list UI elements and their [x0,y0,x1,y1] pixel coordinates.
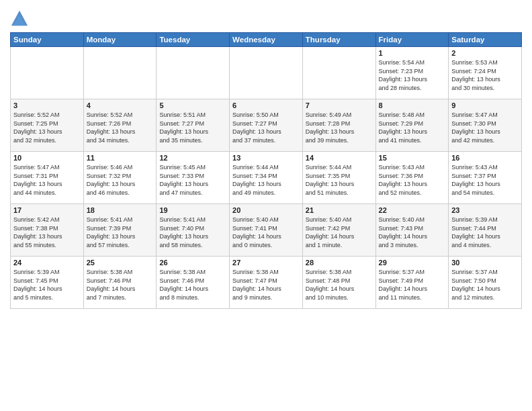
day-number: 8 [379,101,446,109]
day-number: 19 [159,206,226,214]
day-info: Sunrise: 5:40 AMSunset: 7:42 PMDaylight:… [306,216,373,249]
calendar-cell: 22Sunrise: 5:40 AMSunset: 7:43 PMDayligh… [375,204,449,257]
day-number: 22 [379,206,446,214]
calendar-cell: 12Sunrise: 5:45 AMSunset: 7:33 PMDayligh… [157,152,230,204]
day-number: 21 [306,206,373,214]
day-number: 25 [87,259,154,267]
day-info: Sunrise: 5:37 AMSunset: 7:49 PMDaylight:… [379,268,446,302]
day-number: 12 [159,154,226,162]
calendar-weekday-thursday: Thursday [302,33,375,47]
calendar-week-row: 24Sunrise: 5:39 AMSunset: 7:45 PMDayligh… [11,257,522,309]
calendar-cell: 18Sunrise: 5:41 AMSunset: 7:39 PMDayligh… [83,204,157,257]
day-info: Sunrise: 5:54 AMSunset: 7:23 PMDaylight:… [379,58,446,92]
calendar-cell: 6Sunrise: 5:50 AMSunset: 7:27 PMDaylight… [230,99,303,152]
day-number: 3 [13,101,81,109]
day-info: Sunrise: 5:50 AMSunset: 7:27 PMDaylight:… [232,111,300,144]
calendar-cell: 17Sunrise: 5:42 AMSunset: 7:38 PMDayligh… [11,204,84,257]
day-info: Sunrise: 5:46 AMSunset: 7:32 PMDaylight:… [87,163,154,197]
logo-icon [10,9,29,28]
day-info: Sunrise: 5:52 AMSunset: 7:26 PMDaylight:… [87,111,154,144]
day-number: 16 [451,154,519,162]
day-number: 26 [159,259,226,267]
calendar-cell: 25Sunrise: 5:38 AMSunset: 7:46 PMDayligh… [83,257,157,309]
day-info: Sunrise: 5:52 AMSunset: 7:25 PMDaylight:… [13,111,81,144]
calendar-cell [11,47,84,99]
day-info: Sunrise: 5:44 AMSunset: 7:34 PMDaylight:… [232,163,300,197]
day-number: 28 [306,259,373,267]
calendar-cell: 5Sunrise: 5:51 AMSunset: 7:27 PMDaylight… [157,99,230,152]
calendar-cell: 20Sunrise: 5:40 AMSunset: 7:41 PMDayligh… [230,204,303,257]
day-info: Sunrise: 5:40 AMSunset: 7:43 PMDaylight:… [379,216,446,249]
day-number: 20 [232,206,300,214]
day-info: Sunrise: 5:51 AMSunset: 7:27 PMDaylight:… [159,111,226,144]
day-number: 30 [451,259,519,267]
calendar-cell: 23Sunrise: 5:39 AMSunset: 7:44 PMDayligh… [449,204,522,257]
calendar-cell [83,47,157,99]
header [10,7,522,28]
calendar-cell: 29Sunrise: 5:37 AMSunset: 7:49 PMDayligh… [375,257,449,309]
day-info: Sunrise: 5:43 AMSunset: 7:36 PMDaylight:… [379,163,446,197]
day-number: 15 [379,154,446,162]
day-info: Sunrise: 5:38 AMSunset: 7:46 PMDaylight:… [87,268,154,302]
calendar-cell: 4Sunrise: 5:52 AMSunset: 7:26 PMDaylight… [83,99,157,152]
calendar-cell: 27Sunrise: 5:38 AMSunset: 7:47 PMDayligh… [230,257,303,309]
calendar-cell: 16Sunrise: 5:43 AMSunset: 7:37 PMDayligh… [449,152,522,204]
calendar-weekday-saturday: Saturday [449,33,522,47]
calendar-cell [302,47,375,99]
day-number: 4 [87,101,154,109]
calendar-cell: 9Sunrise: 5:47 AMSunset: 7:30 PMDaylight… [449,99,522,152]
day-number: 2 [451,49,519,57]
calendar-cell: 28Sunrise: 5:38 AMSunset: 7:48 PMDayligh… [302,257,375,309]
calendar-weekday-friday: Friday [375,33,449,47]
day-info: Sunrise: 5:47 AMSunset: 7:31 PMDaylight:… [13,163,81,197]
calendar-cell: 24Sunrise: 5:39 AMSunset: 7:45 PMDayligh… [11,257,84,309]
calendar-weekday-sunday: Sunday [11,33,84,47]
calendar-cell: 1Sunrise: 5:54 AMSunset: 7:23 PMDaylight… [375,47,449,99]
day-info: Sunrise: 5:47 AMSunset: 7:30 PMDaylight:… [451,111,519,144]
day-number: 24 [13,259,81,267]
calendar-cell: 7Sunrise: 5:49 AMSunset: 7:28 PMDaylight… [302,99,375,152]
day-number: 9 [451,101,519,109]
calendar-weekday-monday: Monday [83,33,157,47]
day-info: Sunrise: 5:38 AMSunset: 7:46 PMDaylight:… [159,268,226,302]
calendar-header-row: SundayMondayTuesdayWednesdayThursdayFrid… [11,33,522,47]
day-info: Sunrise: 5:38 AMSunset: 7:48 PMDaylight:… [306,268,373,302]
calendar-weekday-wednesday: Wednesday [230,33,303,47]
calendar-cell: 11Sunrise: 5:46 AMSunset: 7:32 PMDayligh… [83,152,157,204]
day-info: Sunrise: 5:42 AMSunset: 7:38 PMDaylight:… [13,216,81,249]
day-number: 18 [87,206,154,214]
day-number: 17 [13,206,81,214]
calendar-cell [157,47,230,99]
day-number: 14 [306,154,373,162]
day-info: Sunrise: 5:48 AMSunset: 7:29 PMDaylight:… [379,111,446,144]
calendar-week-row: 10Sunrise: 5:47 AMSunset: 7:31 PMDayligh… [11,152,522,204]
calendar-cell: 30Sunrise: 5:37 AMSunset: 7:50 PMDayligh… [449,257,522,309]
calendar-cell [230,47,303,99]
calendar-cell: 13Sunrise: 5:44 AMSunset: 7:34 PMDayligh… [230,152,303,204]
day-info: Sunrise: 5:53 AMSunset: 7:24 PMDaylight:… [451,58,519,92]
day-number: 13 [232,154,300,162]
calendar-cell: 8Sunrise: 5:48 AMSunset: 7:29 PMDaylight… [375,99,449,152]
logo [10,9,32,28]
day-number: 29 [379,259,446,267]
day-info: Sunrise: 5:37 AMSunset: 7:50 PMDaylight:… [451,268,519,302]
day-info: Sunrise: 5:41 AMSunset: 7:40 PMDaylight:… [159,216,226,249]
calendar-week-row: 17Sunrise: 5:42 AMSunset: 7:38 PMDayligh… [11,204,522,257]
day-info: Sunrise: 5:43 AMSunset: 7:37 PMDaylight:… [451,163,519,197]
calendar-cell: 19Sunrise: 5:41 AMSunset: 7:40 PMDayligh… [157,204,230,257]
day-number: 11 [87,154,154,162]
day-info: Sunrise: 5:44 AMSunset: 7:35 PMDaylight:… [306,163,373,197]
day-info: Sunrise: 5:39 AMSunset: 7:44 PMDaylight:… [451,216,519,249]
day-info: Sunrise: 5:49 AMSunset: 7:28 PMDaylight:… [306,111,373,144]
day-info: Sunrise: 5:45 AMSunset: 7:33 PMDaylight:… [159,163,226,197]
day-info: Sunrise: 5:39 AMSunset: 7:45 PMDaylight:… [13,268,81,302]
day-number: 10 [13,154,81,162]
day-number: 27 [232,259,300,267]
calendar-cell: 10Sunrise: 5:47 AMSunset: 7:31 PMDayligh… [11,152,84,204]
day-info: Sunrise: 5:38 AMSunset: 7:47 PMDaylight:… [232,268,300,302]
calendar-cell: 21Sunrise: 5:40 AMSunset: 7:42 PMDayligh… [302,204,375,257]
calendar-week-row: 1Sunrise: 5:54 AMSunset: 7:23 PMDaylight… [11,47,522,99]
calendar-week-row: 3Sunrise: 5:52 AMSunset: 7:25 PMDaylight… [11,99,522,152]
day-number: 1 [379,49,446,57]
calendar-cell: 2Sunrise: 5:53 AMSunset: 7:24 PMDaylight… [449,47,522,99]
